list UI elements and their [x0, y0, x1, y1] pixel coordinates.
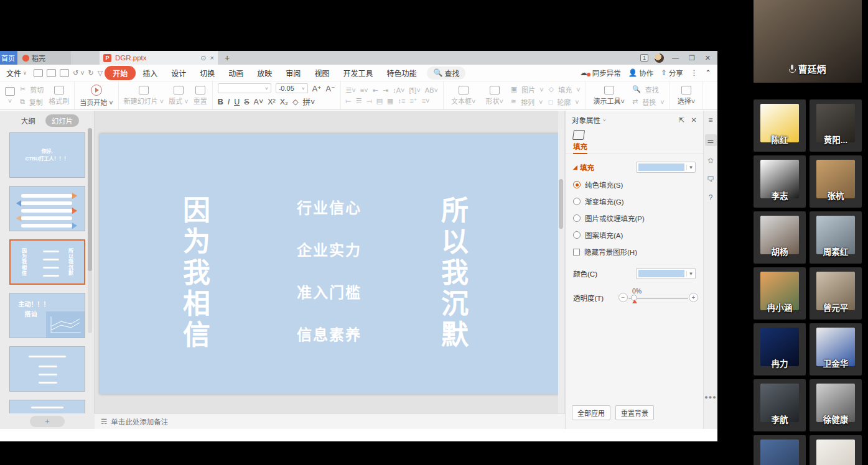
increase-icon[interactable]: + — [689, 293, 698, 302]
tab-slides[interactable]: 幻灯片 — [45, 114, 80, 127]
file-menu[interactable]: 文件∨ — [0, 68, 32, 78]
clear-format-icon[interactable]: ◇ — [292, 97, 299, 106]
option-gradient-fill[interactable]: 渐变填充(G) — [573, 196, 696, 206]
effects-rail-icon[interactable]: ✩ — [707, 156, 714, 165]
menu-tab-devtools[interactable]: 开发工具 — [336, 66, 380, 80]
text-direction-icon[interactable]: ↕A˅ — [393, 86, 404, 94]
pin-icon[interactable]: ⇱ — [679, 116, 685, 124]
section-collapse-icon[interactable]: ◢ — [573, 164, 577, 170]
participant-tile[interactable]: 陈红 — [754, 99, 806, 152]
restore-button[interactable]: ❐ — [687, 54, 697, 62]
layout-button[interactable]: 版式 ˅ — [169, 86, 188, 106]
align-left-icon[interactable]: ⟝ — [346, 97, 352, 105]
superscript-button[interactable]: X² — [268, 98, 276, 106]
find-box[interactable]: 🔍 查找 — [427, 67, 465, 80]
fill-tab[interactable]: 填充 — [573, 141, 587, 154]
para-spacing-icon[interactable]: ≡⁺ — [409, 97, 417, 105]
paste-button[interactable]: ˅ — [5, 87, 15, 104]
align-center-icon[interactable]: ☰ — [356, 97, 362, 105]
justify-icon[interactable]: ▤ — [376, 97, 383, 105]
decrease-icon[interactable]: − — [618, 293, 628, 302]
shapes-button[interactable]: 形状˅ — [483, 86, 505, 106]
participant-tile[interactable]: 李志 — [754, 155, 806, 208]
close-window-button[interactable]: ✕ — [703, 54, 712, 62]
menu-tab-view[interactable]: 视图 — [307, 66, 336, 80]
align-right-icon[interactable]: ⟞ — [366, 97, 372, 105]
format-painter-button[interactable]: 格式刷 — [49, 86, 69, 106]
slide-thumbnail-3-selected[interactable]: 因为我相信 所以我沉默 — [9, 239, 85, 285]
menu-tab-design[interactable]: 设计 — [164, 66, 193, 80]
speaker-video[interactable]: 曹廷炳 — [754, 0, 862, 83]
spacing-options-icon[interactable]: ≡˅ — [422, 97, 430, 104]
start-current-button[interactable]: 当页开始 ˅ — [80, 85, 113, 107]
select-button[interactable]: 选择˅ — [675, 86, 698, 106]
minimize-button[interactable]: — — [670, 54, 681, 62]
menu-tab-special[interactable]: 特色功能 — [380, 66, 423, 80]
menu-tab-review[interactable]: 审阅 — [279, 66, 307, 80]
more-rail-icon[interactable]: ●●● — [704, 394, 716, 400]
new-slide-button[interactable]: 新建幻灯片 ˅ — [124, 86, 164, 106]
sync-status[interactable]: ☁ 同步异常 — [580, 68, 621, 78]
participant-tile[interactable] — [810, 435, 862, 465]
option-pattern-fill[interactable]: 图案填充(A) — [573, 230, 696, 240]
menu-tab-insert[interactable]: 插入 — [136, 66, 164, 80]
find-button[interactable]: 🔍查找 — [632, 85, 665, 94]
notes-bar[interactable]: ☴ 单击此处添加备注 — [95, 413, 565, 429]
char-spacing-combo[interactable]: -0.05˅ — [276, 83, 308, 93]
participant-tile[interactable]: 卫金华 — [810, 323, 862, 375]
cut-button[interactable]: ✂剪切 — [20, 85, 44, 94]
reset-background-button[interactable]: 重置背景 — [615, 405, 654, 420]
symbol-icon[interactable]: [¶]˅ — [409, 86, 420, 94]
participant-tile[interactable]: 胡杨 — [754, 211, 806, 264]
replace-button[interactable]: ⇄替换˅ — [632, 97, 665, 107]
reset-button[interactable]: 重置 — [194, 86, 207, 106]
participant-tile[interactable]: 冉力 — [754, 323, 806, 375]
slide-right-title[interactable]: 所以我沉默 — [439, 196, 466, 351]
color-dropdown[interactable]: ▼ — [636, 268, 696, 279]
grow-font-button[interactable]: A⁺ — [312, 84, 322, 93]
close-doc-icon[interactable]: × — [210, 54, 214, 62]
rail-handle-icon[interactable]: ≡ — [708, 116, 712, 124]
slide-center-list[interactable]: 行业信心 企业实力 准入门槛 信息素养 — [276, 196, 382, 344]
tab-docer[interactable]: 稻壳 — [17, 51, 71, 65]
save-icon[interactable] — [34, 69, 43, 77]
participant-tile[interactable] — [754, 435, 806, 465]
properties-rail-icon[interactable]: ⚌ — [705, 134, 717, 146]
underline-button[interactable]: U — [234, 98, 240, 106]
slide-thumbnail-1[interactable]: 你好, CTBU打工人！！！ — [9, 132, 85, 178]
fill-color-dropdown[interactable]: ▼ — [636, 162, 696, 173]
transparency-slider[interactable]: − 0% + — [621, 292, 696, 304]
collaborate-button[interactable]: 👤 协作 — [628, 68, 653, 78]
tab-outline[interactable]: 大纲 — [15, 114, 42, 127]
slide-thumbnail-2[interactable] — [9, 186, 85, 231]
slide-left-title[interactable]: 因为我相信 — [180, 196, 208, 351]
strikethrough-button[interactable]: S — [244, 98, 249, 106]
comments-rail-icon[interactable]: 🗨 — [707, 175, 714, 183]
participant-tile[interactable]: 冉小涵 — [754, 267, 806, 320]
redo-icon[interactable]: ↻ — [88, 69, 94, 77]
outdent-icon[interactable]: ⇤ — [373, 86, 378, 94]
menu-tab-animation[interactable]: 动画 — [222, 66, 250, 80]
new-tab-button[interactable]: + — [218, 51, 236, 65]
textbox-button[interactable]: 文本框˅ — [449, 86, 478, 106]
menu-tab-transition[interactable]: 切换 — [193, 66, 222, 80]
menu-tab-slideshow[interactable]: 放映 — [250, 66, 279, 80]
presentation-tools-button[interactable]: 演示工具˅ — [591, 86, 627, 106]
slide-thumbnail-4[interactable]: 主动！！！ 搭讪 — [9, 293, 85, 338]
fill-button[interactable]: ◇填充˅ — [549, 85, 581, 94]
tab-home[interactable]: 首页 — [0, 51, 17, 65]
participant-tile[interactable]: 徐健康 — [810, 379, 862, 431]
collapse-ribbon-icon[interactable]: ⌃ — [705, 68, 711, 77]
participant-tile[interactable]: 李航 — [754, 379, 806, 431]
font-color-button[interactable]: A˅ — [254, 98, 264, 106]
undo-icon[interactable]: ↺ ˅ — [73, 69, 85, 77]
indent-icon[interactable]: ⇥ — [383, 86, 388, 94]
distribute-icon[interactable]: ▦ — [387, 97, 393, 105]
participant-tile[interactable]: 曾元平 — [810, 267, 862, 320]
subscript-button[interactable]: X₂ — [280, 98, 288, 106]
tab-document[interactable]: P DGR.pptx ⊙ × — [100, 51, 218, 65]
italic-button[interactable]: I — [228, 98, 230, 106]
panel-scrollbar[interactable] — [88, 128, 92, 333]
option-picture-fill[interactable]: 图片或纹理填充(P) — [573, 213, 696, 223]
participant-tile[interactable]: 周素红 — [810, 211, 862, 264]
